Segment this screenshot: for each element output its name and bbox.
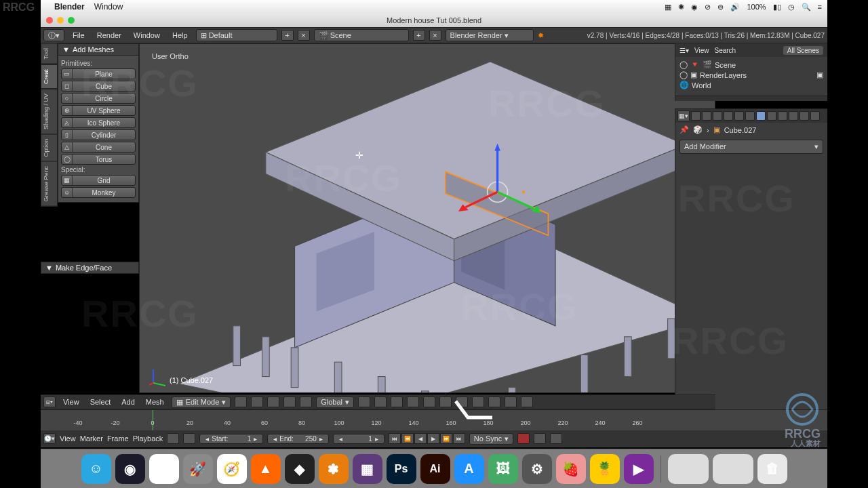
dock-illustrator-icon[interactable]: Ai (420, 454, 450, 484)
editor-type-icon[interactable]: ▦▾ (677, 110, 690, 121)
dock-finder-icon[interactable]: ☺ (81, 454, 111, 484)
pivot-icon[interactable] (251, 396, 263, 407)
dock-chrome-icon[interactable]: ◯ (149, 454, 179, 484)
add-grid-button[interactable]: ▦Grid (61, 175, 136, 186)
menu-app[interactable]: Blender (54, 2, 85, 12)
jump-start-button[interactable]: ⏮ (389, 433, 401, 444)
tab-modifiers[interactable] (756, 111, 766, 121)
sel-face-icon[interactable] (407, 396, 419, 407)
current-frame-field[interactable]: ◂1▸ (333, 434, 384, 444)
dock-preview-icon[interactable]: 🖼 (488, 454, 518, 484)
manip-rotate-icon[interactable] (283, 396, 296, 407)
spotlight-icon[interactable]: 🔍 (802, 3, 811, 12)
tab-tools[interactable]: Tool (41, 43, 58, 64)
play-reverse-button[interactable]: ◀ (414, 433, 427, 444)
menu-window[interactable]: Window (130, 31, 164, 39)
clock-icon[interactable]: ◷ (788, 3, 795, 12)
orientation-select[interactable]: Global▾ (316, 396, 354, 408)
menu-marker[interactable]: Marker (80, 434, 103, 443)
sel-edge-icon[interactable] (391, 396, 403, 407)
dock-blender-icon[interactable]: ✽ (319, 454, 349, 484)
outliner-filter[interactable]: All Scenes (783, 46, 823, 55)
tab-particles[interactable] (800, 111, 809, 121)
menu-mesh[interactable]: Mesh (142, 398, 167, 406)
close-button[interactable] (46, 17, 53, 24)
shading-icon[interactable] (235, 396, 247, 407)
tab-material[interactable] (778, 111, 787, 121)
dock-photoshop-icon[interactable]: Ps (387, 454, 416, 484)
manip-scale-icon[interactable] (300, 396, 312, 407)
dock-minimized-window[interactable] (713, 454, 753, 484)
dock-settings-icon[interactable]: ⚙ (522, 454, 552, 484)
add-icosphere-button[interactable]: ◬Ico Sphere (61, 117, 136, 128)
add-cylinder-button[interactable]: ▯Cylinder (61, 129, 136, 140)
minimize-button[interactable] (57, 17, 64, 24)
dock-aseprite-icon[interactable]: ▦ (353, 454, 382, 484)
tab-grease-pencil[interactable]: Grease Penc (41, 161, 58, 207)
jump-end-button[interactable]: ⏭ (453, 433, 465, 444)
lock-icon[interactable] (183, 433, 195, 444)
tab-data[interactable] (767, 111, 776, 121)
tree-renderlayers[interactable]: ◯▣RenderLayers▣ (679, 70, 823, 80)
wifi-icon[interactable]: ⊚ (717, 3, 724, 12)
menu-view[interactable]: View (60, 398, 83, 406)
tab-scene[interactable] (713, 111, 722, 121)
dock-trash-icon[interactable]: 🗑 (757, 454, 787, 484)
prop-edit-icon[interactable] (439, 396, 452, 407)
render-engine-select[interactable]: Blender Render ▾ (446, 29, 534, 41)
pin-icon[interactable]: 📌 (679, 125, 689, 134)
outliner-icon[interactable]: ☰▾ (679, 47, 689, 54)
keyframe-next-button[interactable]: ⏩ (440, 433, 452, 444)
3d-viewport[interactable]: User Ortho (139, 43, 715, 393)
menu-file[interactable]: File (68, 31, 89, 39)
tab-options[interactable]: Option (41, 134, 58, 162)
sel-vertex-icon[interactable] (374, 396, 387, 407)
add-monkey-button[interactable]: ☺Monkey (61, 187, 136, 198)
add-torus-button[interactable]: ◯Torus (61, 154, 136, 165)
editor-type-icon[interactable]: ⧇▾ (43, 396, 56, 407)
range-icon[interactable] (167, 433, 179, 444)
outliner-scrollbar[interactable] (675, 96, 827, 101)
dock-launchpad-icon[interactable]: 🚀 (183, 454, 213, 484)
screen-layout-select[interactable]: ⊞ Default (196, 29, 277, 41)
tab-object[interactable] (734, 111, 744, 121)
dock-app2-icon[interactable]: 🍍 (590, 454, 620, 484)
add-cone-button[interactable]: △Cone (61, 142, 136, 152)
dock-siri-icon[interactable]: ◉ (115, 454, 145, 484)
scene-select[interactable]: 🎬 Scene (314, 29, 409, 41)
sync-select[interactable]: No Sync▾ (469, 433, 514, 445)
del-scene-button[interactable]: × (429, 30, 441, 41)
add-cube-button[interactable]: ◻Cube (61, 81, 136, 92)
tab-create[interactable]: Creat (41, 64, 58, 89)
limit-selection-icon[interactable] (423, 396, 435, 407)
tab-constraints[interactable] (745, 111, 755, 121)
keying-set-icon[interactable] (534, 433, 546, 444)
editor-type-icon[interactable]: ⓘ▾ (43, 29, 64, 41)
add-plane-button[interactable]: ▭Plane (61, 68, 136, 79)
dock-vlc-icon[interactable]: ▲ (251, 454, 281, 484)
play-button[interactable]: ▶ (427, 433, 439, 444)
dock-appstore-icon[interactable]: A (454, 454, 484, 484)
layers-icon[interactable] (358, 396, 370, 407)
panel-header[interactable]: ▼ Add Meshes (58, 43, 139, 56)
status-icon[interactable]: ▦ (665, 3, 671, 12)
outliner-view[interactable]: View (694, 47, 709, 54)
dock-app1-icon[interactable]: 🍓 (556, 454, 586, 484)
dock-unity-icon[interactable]: ◆ (285, 454, 315, 484)
menu-view[interactable]: View (60, 434, 76, 443)
tab-physics[interactable] (810, 111, 820, 121)
tab-renderlayers[interactable] (702, 111, 711, 121)
copy-icon[interactable] (505, 396, 517, 407)
start-frame-field[interactable]: ◂Start:1▸ (199, 434, 263, 444)
end-frame-field[interactable]: ◂End:250▸ (267, 434, 329, 444)
menu-add[interactable]: Add (118, 398, 138, 406)
menu-render[interactable]: Render (93, 31, 125, 39)
editor-type-icon[interactable]: 🕓▾ (43, 433, 56, 444)
mode-select[interactable]: ▦Edit Mode▾ (172, 396, 231, 408)
menu-help[interactable]: Help (168, 31, 192, 39)
status-icon[interactable]: ✺ (678, 3, 684, 12)
keying-set2-icon[interactable] (550, 433, 562, 444)
menu-window[interactable]: Window (94, 2, 123, 12)
menu-frame[interactable]: Frame (107, 434, 129, 443)
add-layout-button[interactable]: + (281, 30, 294, 41)
